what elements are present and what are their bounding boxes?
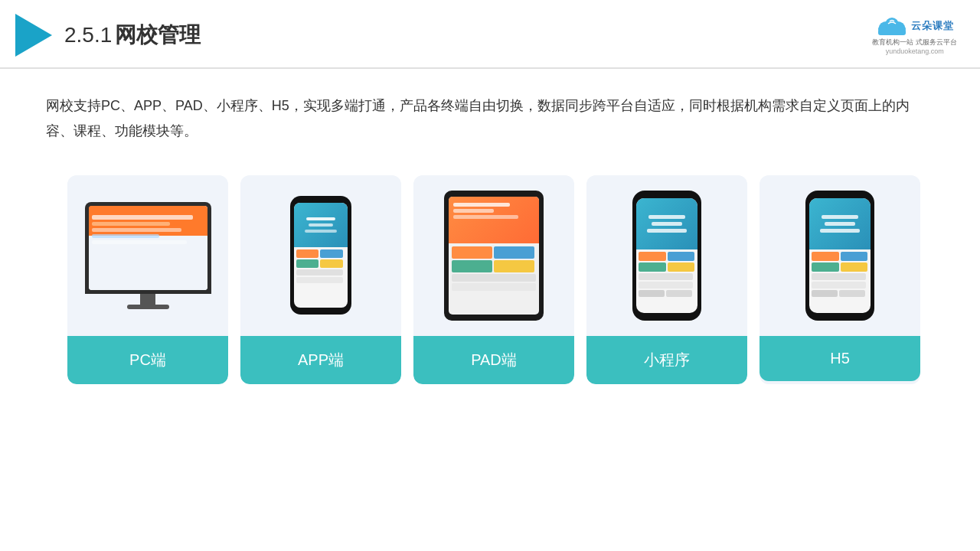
svg-rect-4 xyxy=(878,29,906,35)
description-text: 网校支持PC、APP、PAD、小程序、H5，实现多端打通，产品各终端自由切换，数… xyxy=(0,69,980,152)
card-mini-label: 小程序 xyxy=(586,336,747,384)
mini-phone-icon xyxy=(632,191,701,321)
brand-url: yunduoketang.com xyxy=(886,47,944,55)
card-pc-image xyxy=(67,175,228,336)
section-number: 2.5.1 xyxy=(64,23,112,47)
pc-monitor-icon xyxy=(83,202,213,309)
card-h5-label: H5 xyxy=(760,336,920,381)
card-h5-image xyxy=(760,175,920,336)
header-left: 2.5.1网校管理 xyxy=(15,14,201,57)
logo-triangle-icon xyxy=(15,14,52,57)
card-mini: 小程序 xyxy=(586,175,747,384)
brand-name: 云朵课堂 xyxy=(911,19,954,33)
card-app: APP端 xyxy=(240,175,401,384)
pad-tablet-icon xyxy=(444,191,544,321)
phone-notch xyxy=(312,198,329,201)
card-h5: H5 xyxy=(760,175,920,384)
brand-logo: 云朵课堂 教育机构一站 式服务云平台 yunduoketang.com xyxy=(872,15,957,55)
card-pc-label: PC端 xyxy=(67,336,228,384)
card-pad: PAD端 xyxy=(413,175,574,384)
cloud-icon xyxy=(876,15,908,37)
app-phone-icon xyxy=(290,196,351,315)
card-mini-image xyxy=(586,175,747,336)
card-app-label: APP端 xyxy=(240,336,401,384)
h5-phone-icon xyxy=(805,191,874,321)
card-pad-image xyxy=(413,175,574,336)
header: 2.5.1网校管理 云朵课堂 教育机构一站 式服务云平台 yunduoketan… xyxy=(0,0,980,69)
brand-tagline: 教育机构一站 式服务云平台 xyxy=(872,37,957,47)
card-pc: PC端 xyxy=(67,175,228,384)
platform-cards: PC端 xyxy=(0,152,980,407)
card-pad-label: PAD端 xyxy=(413,336,574,384)
card-app-image xyxy=(240,175,401,336)
page-title: 2.5.1网校管理 xyxy=(64,21,201,50)
